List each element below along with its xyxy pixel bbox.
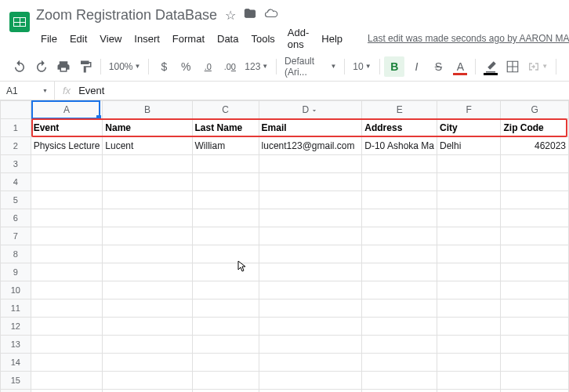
col-header-b[interactable]: B bbox=[103, 101, 192, 119]
undo-button[interactable] bbox=[9, 56, 30, 77]
formula-bar[interactable]: Event bbox=[78, 85, 104, 96]
last-edit-link[interactable]: Last edit was made seconds ago by AARON … bbox=[363, 31, 569, 45]
col-header-g[interactable]: G bbox=[501, 101, 569, 119]
row-header-12[interactable]: 12 bbox=[1, 318, 31, 336]
toolbar: 100%▼ $ % .0 .00 123▼ Default (Ari...▼ 1… bbox=[0, 52, 569, 82]
fill-color-button[interactable] bbox=[480, 56, 501, 77]
menu-insert[interactable]: Insert bbox=[129, 31, 165, 46]
font-select[interactable]: Default (Ari...▼ bbox=[281, 56, 339, 78]
cell-a1[interactable]: Event bbox=[31, 119, 103, 137]
col-header-c[interactable]: C bbox=[192, 101, 259, 119]
row-header-3[interactable]: 3 bbox=[1, 155, 31, 173]
inc-decimal-button[interactable]: .00 bbox=[219, 56, 240, 77]
filter-icon[interactable] bbox=[310, 104, 318, 115]
select-all-corner[interactable] bbox=[1, 101, 31, 119]
bold-button[interactable]: B bbox=[384, 56, 404, 77]
fx-icon: fx bbox=[55, 85, 78, 96]
cell-g2[interactable]: 462023 bbox=[501, 137, 569, 155]
move-icon[interactable] bbox=[244, 7, 256, 23]
cloud-icon[interactable] bbox=[264, 6, 278, 24]
row-header-8[interactable]: 8 bbox=[1, 245, 31, 263]
row-header-6[interactable]: 6 bbox=[1, 209, 31, 227]
cell-d1[interactable]: Email bbox=[259, 119, 362, 137]
col-header-a[interactable]: A bbox=[31, 101, 103, 119]
text-color-button[interactable]: A bbox=[450, 56, 470, 77]
menu-addons[interactable]: Add-ons bbox=[283, 25, 313, 52]
cell-d2[interactable]: lucent123@gmail.com bbox=[259, 137, 362, 155]
sheets-logo[interactable] bbox=[9, 6, 30, 38]
menu-bar: File Edit View Insert Format Data Tools … bbox=[36, 25, 569, 52]
cell-f1[interactable]: City bbox=[437, 119, 501, 137]
menu-tools[interactable]: Tools bbox=[246, 31, 279, 46]
currency-button[interactable]: $ bbox=[154, 56, 174, 77]
row-header-11[interactable]: 11 bbox=[1, 299, 31, 318]
redo-button[interactable] bbox=[31, 56, 52, 77]
cell-b1[interactable]: Name bbox=[103, 119, 192, 137]
menu-edit[interactable]: Edit bbox=[65, 31, 92, 46]
zoom-select[interactable]: 100%▼ bbox=[106, 61, 144, 72]
name-box[interactable]: A1▼ bbox=[0, 82, 55, 100]
percent-button[interactable]: % bbox=[176, 56, 196, 77]
row-header-2[interactable]: 2 bbox=[1, 137, 31, 155]
cell-c2[interactable]: William bbox=[192, 137, 259, 155]
menu-help[interactable]: Help bbox=[317, 31, 347, 46]
row-header-16[interactable]: 16 bbox=[1, 390, 31, 393]
row-header-10[interactable]: 10 bbox=[1, 281, 31, 299]
row-header-14[interactable]: 14 bbox=[1, 354, 31, 372]
spreadsheet-grid[interactable]: A B C D E F G 1 Event Name Last Name Ema… bbox=[0, 100, 569, 392]
row-header-4[interactable]: 4 bbox=[1, 173, 31, 191]
paint-format-button[interactable] bbox=[75, 56, 96, 77]
menu-view[interactable]: View bbox=[95, 31, 126, 46]
cell-f2[interactable]: Delhi bbox=[437, 137, 501, 155]
cell-c1[interactable]: Last Name bbox=[192, 119, 259, 137]
strike-button[interactable]: S bbox=[428, 56, 448, 77]
borders-button[interactable] bbox=[502, 56, 523, 77]
row-header-13[interactable]: 13 bbox=[1, 336, 31, 354]
row-header-7[interactable]: 7 bbox=[1, 227, 31, 245]
menu-format[interactable]: Format bbox=[168, 31, 209, 46]
dec-decimal-button[interactable]: .0 bbox=[198, 56, 218, 77]
star-icon[interactable]: ☆ bbox=[225, 8, 236, 23]
menu-data[interactable]: Data bbox=[212, 31, 243, 46]
print-button[interactable] bbox=[53, 56, 74, 77]
cell-g1[interactable]: Zip Code bbox=[501, 119, 569, 137]
number-format-select[interactable]: 123▼ bbox=[241, 61, 271, 72]
col-header-d[interactable]: D bbox=[259, 101, 362, 119]
menu-file[interactable]: File bbox=[36, 31, 62, 46]
row-header-1[interactable]: 1 bbox=[1, 119, 31, 137]
cell-b2[interactable]: Lucent bbox=[103, 137, 192, 155]
cell-a2[interactable]: Physics Lecture bbox=[31, 137, 103, 155]
cell-e2[interactable]: D-10 Ashoka Ma bbox=[362, 137, 437, 155]
row-header-15[interactable]: 15 bbox=[1, 372, 31, 390]
fontsize-select[interactable]: 10▼ bbox=[350, 61, 374, 72]
row-header-9[interactable]: 9 bbox=[1, 263, 31, 281]
col-header-e[interactable]: E bbox=[362, 101, 437, 119]
doc-title[interactable]: Zoom Registration DataBase bbox=[36, 7, 217, 24]
col-header-f[interactable]: F bbox=[437, 101, 501, 119]
italic-button[interactable]: I bbox=[406, 56, 426, 77]
merge-button[interactable]: ▼ bbox=[524, 60, 551, 73]
cell-e1[interactable]: Address bbox=[362, 119, 437, 137]
row-header-5[interactable]: 5 bbox=[1, 191, 31, 209]
